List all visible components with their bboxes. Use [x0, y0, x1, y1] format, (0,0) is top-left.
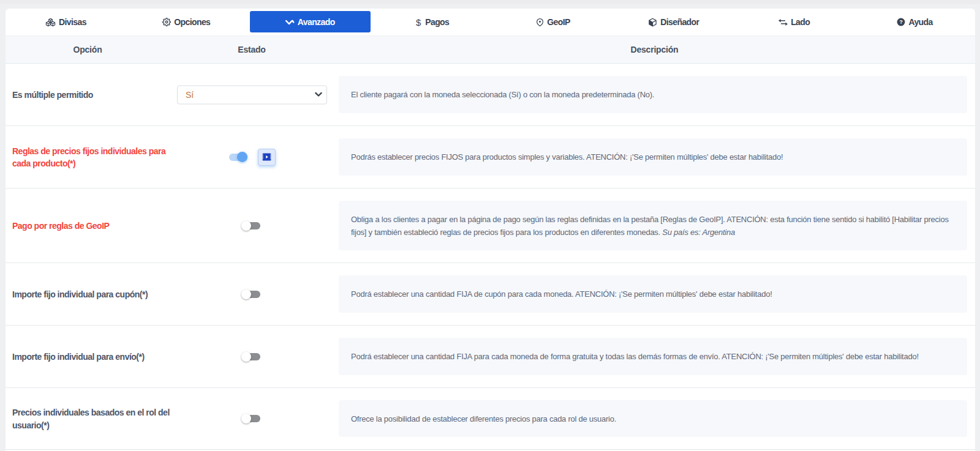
- svg-text:?: ?: [900, 19, 903, 25]
